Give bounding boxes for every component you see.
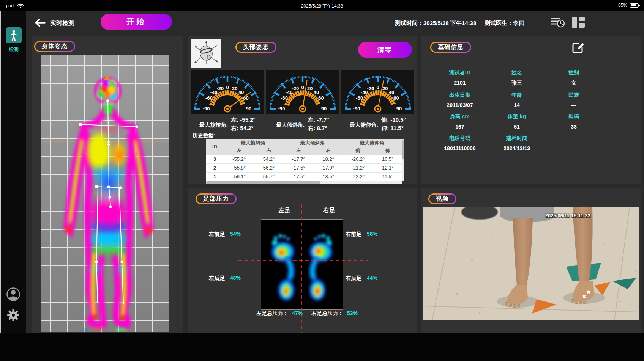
table-row: 3-55.2°54.2°-17.7°18.2°-20.2°10.5° (206, 155, 402, 163)
svg-text:-90: -90 (353, 106, 360, 111)
sidebar: 检测 (1, 11, 26, 361)
page-title: 实时检测 (50, 19, 74, 27)
edit-icon[interactable] (572, 41, 585, 54)
field-birthdate: 出生日期2011/03/07 (447, 92, 473, 108)
body-posture-title: 身体姿态 (34, 41, 75, 52)
basic-info-grid: 测试者ID2101 姓名张三 性别女 出生日期2011/03/07 年龄14 民… (431, 69, 603, 151)
fullscreen-icon[interactable] (582, 290, 590, 298)
svg-text:-20: -20 (216, 86, 224, 91)
person-icon (9, 30, 18, 41)
svg-text:-60: -60 (281, 95, 288, 101)
right-forefoot-stat: 右前足56% (346, 231, 377, 238)
gauge-rotation: -90-60-40-20020406090 (191, 70, 264, 114)
back-button[interactable] (34, 18, 46, 28)
left-foot-label: 左足 (278, 207, 290, 215)
svg-text:40: 40 (314, 89, 319, 95)
right-total-pressure: 右足总压力：53% (311, 310, 358, 317)
field-shoe-size: 鞋码38 (568, 113, 579, 130)
start-button[interactable]: 开始 (101, 14, 172, 30)
foot-heatmap (261, 219, 343, 310)
field-height: 身高 cm167 (450, 113, 470, 130)
field-tester-id: 测试者ID2101 (449, 69, 470, 86)
detect-button[interactable] (6, 27, 22, 43)
avatar[interactable] (6, 287, 21, 302)
field-gender: 性别女 (568, 69, 579, 86)
svg-text:20: 20 (307, 86, 313, 91)
svg-text:0: 0 (376, 85, 379, 90)
test-time: 测试时间：2025/5/28 下午14:38 (395, 20, 476, 27)
svg-text:60: 60 (393, 95, 399, 101)
table-vscrollbar[interactable] (402, 139, 404, 181)
svg-text:-60: -60 (356, 95, 363, 101)
history-label: 历史数据: (193, 132, 216, 139)
svg-text:90: 90 (396, 106, 402, 111)
tilt-stats: 最大倾斜角: 左: -7.7° 右: 8.7° (266, 116, 339, 132)
gear-icon[interactable] (6, 308, 21, 322)
pitch-stats: 最大俯仰角: 俯: -10.5° 仰: 11.5° (341, 116, 414, 132)
test-doctor: 测试医生：李四 (485, 20, 524, 27)
right-foot-label: 右足 (323, 207, 335, 215)
svg-text:-60: -60 (205, 95, 213, 101)
app-root: pad 2025/5/28 下午14:38 85% (0, 0, 644, 361)
history-table: ID 最大旋转角 最大倾斜角 最大俯仰角 左右 左右 俯仰 3-55.2°54.… (206, 139, 402, 181)
field-archive-date: 建档时间2024/12/13 (504, 135, 530, 151)
video-timestamp: 2025/06/11 15:11:33 (545, 213, 590, 218)
gauge-tilt: -90-60-40-20020406090 (266, 70, 339, 114)
foot-pressure-title: 足部压力 (196, 193, 237, 204)
sidebar-item-label: 检测 (5, 46, 22, 53)
battery-icon (630, 3, 639, 8)
main-area: 实时检测 开始 测试时间：2025/5/28 下午14:38 测试医生：李四 身… (26, 11, 644, 333)
left-total-pressure: 左足总压力：47% (256, 310, 303, 317)
svg-text:-20: -20 (292, 86, 299, 91)
field-phone: 电话号码18011110000 (444, 135, 475, 151)
gauge-pitch: -90-60-40-20020406090 (341, 70, 414, 114)
svg-text:40: 40 (238, 89, 244, 95)
field-weight: 体重 kg51 (508, 113, 526, 130)
svg-text:-90: -90 (278, 106, 285, 111)
svg-text:90: 90 (246, 106, 251, 111)
svg-text:20: 20 (382, 86, 388, 91)
svg-text:-90: -90 (203, 106, 210, 111)
svg-text:60: 60 (318, 95, 324, 101)
svg-text:20: 20 (232, 86, 237, 91)
table-row: 1-56.1°55.7°-17.5°18.5°-22.2°11.5° (206, 172, 402, 181)
panel-head-posture: 头部姿态 清零 -90-60-40-20020406090 -90-60-40-… (188, 36, 417, 184)
video-frame: 2025/06/11 15:11:33 (423, 207, 639, 320)
table-row: 2-55.8°56.2°-17.5°17.9°-21.2°12.1° (206, 163, 402, 172)
panel-video: 视频 (421, 188, 641, 333)
head-posture-title: 头部姿态 (235, 42, 276, 53)
left-rearfoot-stat: 左后足46% (209, 275, 241, 282)
left-forefoot-stat: 左前足54% (209, 231, 241, 238)
svg-text:40: 40 (389, 89, 394, 95)
battery-percent: 85% (618, 3, 627, 8)
head-axes-thumbnail (191, 39, 221, 68)
video-title: 视频 (428, 193, 456, 204)
status-bar: pad 2025/5/28 下午14:38 85% (0, 0, 644, 11)
layout-icon[interactable] (571, 17, 585, 30)
sidebar-item-detect[interactable]: 检测 (5, 27, 22, 53)
basic-info-title: 基础信息 (430, 42, 471, 53)
field-name: 姓名张三 (511, 69, 522, 86)
svg-text:90: 90 (321, 106, 327, 111)
field-ethnicity: 民族--- (568, 92, 579, 108)
panel-body-posture: 身体姿态 (32, 36, 183, 333)
field-age: 年龄14 (511, 92, 522, 108)
panel-basic-info: 基础信息 测试者ID2101 姓名张三 性别女 出生日期2011/03/07 年… (421, 36, 641, 184)
status-time: 2025/5/28 下午14:38 (0, 3, 644, 9)
svg-text:0: 0 (226, 85, 229, 90)
svg-text:0: 0 (301, 85, 304, 90)
table-hscrollbar[interactable] (206, 181, 402, 184)
history-icon[interactable] (551, 17, 565, 30)
bottom-bar (0, 333, 644, 361)
right-rearfoot-stat: 右后足44% (346, 275, 377, 282)
body-thermal-image (41, 55, 169, 332)
panel-foot-pressure: 足部压力 左足 右足 (188, 188, 417, 333)
svg-text:-20: -20 (367, 86, 374, 91)
clear-button[interactable]: 清零 (358, 42, 412, 58)
rotation-stats: 最大旋转角: 左: -55.2° 右: 54.2° (191, 116, 264, 132)
